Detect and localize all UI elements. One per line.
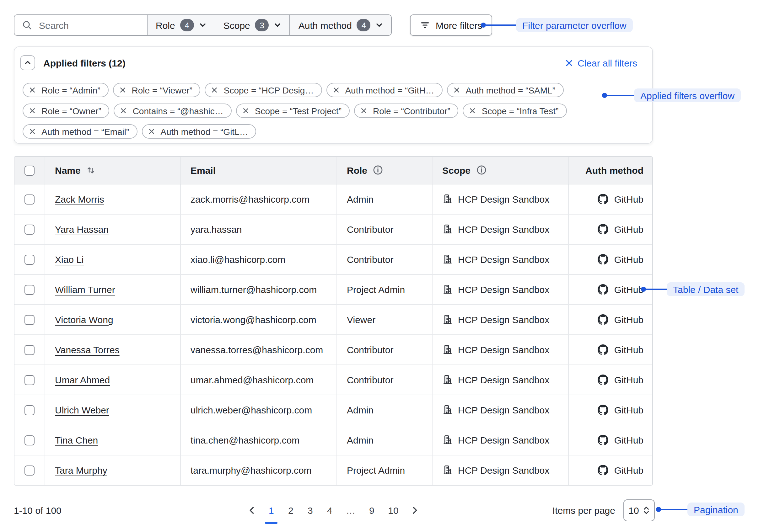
remove-filter-icon[interactable] <box>469 107 476 114</box>
clear-all-filters-label: Clear all filters <box>578 58 637 68</box>
auth-method-label: GitHub <box>614 194 644 204</box>
more-filters-button[interactable]: More filters <box>410 14 492 36</box>
filter-chip[interactable]: Scope = “Infra Test” <box>463 103 567 118</box>
info-icon[interactable] <box>373 165 383 175</box>
scope-label: HCP Design Sandbox <box>458 314 549 325</box>
remove-filter-icon[interactable] <box>29 86 36 93</box>
count-badge: 4 <box>357 19 371 31</box>
scope-label: HCP Design Sandbox <box>458 465 549 475</box>
remove-filter-icon[interactable] <box>242 107 249 114</box>
page-button-9[interactable]: 9 <box>365 503 379 517</box>
auth-method-cell: GitHub <box>568 214 653 244</box>
row-checkbox[interactable] <box>25 375 35 385</box>
remove-filter-icon[interactable] <box>453 86 460 93</box>
filter-dropdown-auth-method[interactable]: Auth method 4 <box>290 15 391 35</box>
search-input[interactable] <box>38 19 132 31</box>
page-button-10[interactable]: 10 <box>384 503 402 517</box>
remove-filter-icon[interactable] <box>211 86 218 93</box>
annotation-label: Applied filters overflow <box>634 88 741 102</box>
filter-dropdown-role[interactable]: Role 4 <box>147 15 215 35</box>
column-header-email: Email <box>180 157 336 184</box>
previous-page-button[interactable] <box>246 505 259 515</box>
filter-chip[interactable]: Auth method = “SAML” <box>447 83 563 97</box>
remove-filter-icon[interactable] <box>119 86 126 93</box>
page-button-3[interactable]: 3 <box>303 503 317 517</box>
scope-cell: HCP Design Sandbox <box>432 395 568 425</box>
row-checkbox[interactable] <box>25 224 35 235</box>
search-field[interactable] <box>14 15 147 35</box>
page-button-1[interactable]: 1 <box>264 503 278 517</box>
auth-method-cell: GitHub <box>568 395 653 425</box>
remove-filter-icon[interactable] <box>29 107 36 114</box>
collapse-panel-button[interactable] <box>20 55 35 70</box>
annotation-label: Table / Data set <box>667 282 745 296</box>
remove-filter-icon[interactable] <box>332 86 339 93</box>
row-checkbox[interactable] <box>25 315 35 325</box>
auth-method-cell: GitHub <box>568 455 653 485</box>
user-name-link[interactable]: Tara Murphy <box>55 465 107 475</box>
filter-chip-label: Auth method = “Email” <box>42 126 129 136</box>
github-icon <box>598 314 609 325</box>
user-name-link[interactable]: Victoria Wong <box>55 314 113 325</box>
page-button-4[interactable]: 4 <box>323 503 336 517</box>
scope-cell: HCP Design Sandbox <box>432 364 568 395</box>
filter-chip[interactable]: Contains = “@hashic… <box>114 103 232 118</box>
filter-chip-label: Role = “Viewer” <box>132 85 192 95</box>
filter-dropdown-label: Scope <box>224 20 250 31</box>
annotation-filter-parameter-overflow: Filter parameter overflow <box>481 18 633 32</box>
remove-filter-icon[interactable] <box>29 128 36 135</box>
scope-cell: HCP Design Sandbox <box>432 334 568 364</box>
column-label: Auth method <box>585 165 644 176</box>
filter-chip[interactable]: Role = “Viewer” <box>113 83 201 97</box>
search-icon <box>22 20 32 30</box>
count-badge: 3 <box>255 19 269 31</box>
remove-filter-icon[interactable] <box>360 107 367 114</box>
info-icon[interactable] <box>476 165 486 175</box>
next-page-button[interactable] <box>408 505 421 515</box>
filter-bar: Role 4 Scope 3 Auth method 4 <box>14 14 392 36</box>
row-checkbox[interactable] <box>25 255 35 265</box>
user-name-link[interactable]: Vanessa Torres <box>55 344 119 355</box>
row-checkbox[interactable] <box>25 345 35 355</box>
filter-chip-label: Auth method = “SAML” <box>466 85 555 95</box>
items-per-page-value: 10 <box>628 505 639 515</box>
column-label: Scope <box>442 165 471 176</box>
row-checkbox[interactable] <box>25 405 35 415</box>
auth-method-label: GitHub <box>614 224 644 234</box>
filter-dropdown-scope[interactable]: Scope 3 <box>215 15 290 35</box>
filter-chip[interactable]: Role = “Owner” <box>23 103 109 118</box>
email-cell: william.turner@hashicorp.com <box>180 274 336 304</box>
filter-chip[interactable]: Auth method = “Email” <box>23 124 137 139</box>
filter-chip-label: Scope = “Test Project” <box>255 106 341 116</box>
user-name-link[interactable]: Zack Morris <box>55 194 104 204</box>
row-checkbox[interactable] <box>25 285 35 295</box>
user-name-link[interactable]: Xiao Li <box>55 254 84 264</box>
remove-filter-icon[interactable] <box>120 107 127 114</box>
filter-chip[interactable]: Role = “Contributor” <box>354 103 459 118</box>
items-per-page-select[interactable]: 10 <box>623 499 655 521</box>
clear-all-filters-link[interactable]: Clear all filters <box>565 58 637 68</box>
scope-cell: HCP Design Sandbox <box>432 455 568 485</box>
table-row: Umar Ahmed umar.ahmed@hashicorp.com Cont… <box>14 364 653 395</box>
row-checkbox[interactable] <box>25 466 35 476</box>
user-name-link[interactable]: Ulrich Weber <box>55 404 109 415</box>
select-all-checkbox[interactable] <box>25 166 35 176</box>
sort-icon[interactable] <box>86 166 96 175</box>
filter-chip[interactable]: Auth method = “GitL… <box>141 124 256 139</box>
user-name-link[interactable]: Umar Ahmed <box>55 374 110 385</box>
page-button-2[interactable]: 2 <box>284 503 297 517</box>
remove-filter-icon[interactable] <box>148 128 155 135</box>
role-cell: Admin <box>336 184 432 214</box>
row-checkbox[interactable] <box>25 435 35 446</box>
filter-chip[interactable]: Role = “Admin” <box>23 83 108 97</box>
auth-method-cell: GitHub <box>568 334 653 364</box>
user-name-link[interactable]: William Turner <box>55 284 115 295</box>
user-name-link[interactable]: Yara Hassan <box>55 224 108 234</box>
filter-chip[interactable]: Scope = “HCP Desig… <box>205 83 322 97</box>
filter-chip[interactable]: Auth method = “GitH… <box>326 83 442 97</box>
filter-chip[interactable]: Scope = “Test Project” <box>236 103 350 118</box>
role-cell: Viewer <box>336 304 432 334</box>
email-cell: victoria.wong@hashicorp.com <box>180 304 336 334</box>
user-name-link[interactable]: Tina Chen <box>55 435 98 445</box>
row-checkbox[interactable] <box>25 195 35 204</box>
